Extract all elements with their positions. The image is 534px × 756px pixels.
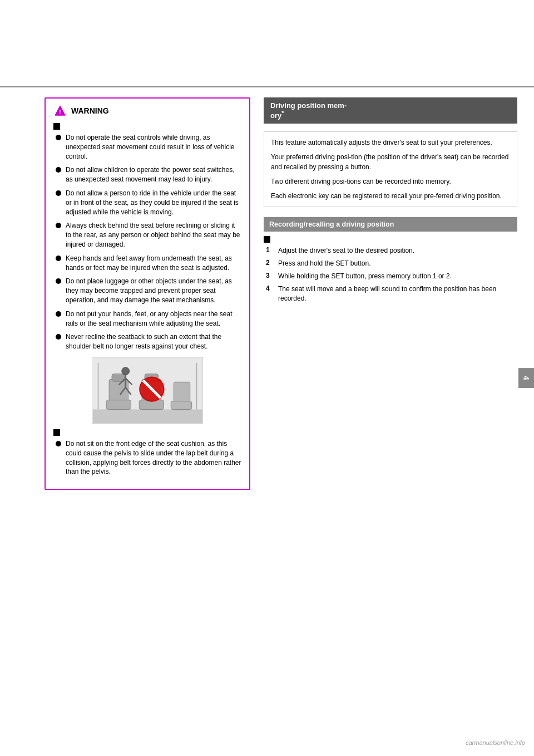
warning-bullet-2: Do not allow children to operate the pow… (53, 165, 241, 184)
recording-section: Recording/recalling a driving position 1… (264, 217, 517, 306)
warning-bullet-4: Always check behind the seat before recl… (53, 221, 241, 249)
bullet-icon (56, 167, 61, 173)
bullet-text-5: Keep hands and feet away from underneath… (66, 254, 241, 273)
step-text-2: Press and hold the SET button. (278, 259, 371, 268)
warning-section2-header (53, 429, 241, 436)
warning-bullet-6: Do not place luggage or other objects un… (53, 277, 241, 305)
bullet-text-4: Always check behind the seat before recl… (66, 221, 241, 249)
bullet-icon (56, 334, 61, 340)
warning-title: WARNING (71, 106, 109, 115)
warning-bullet-1: Do not operate the seat controls while d… (53, 133, 241, 161)
svg-rect-2 (93, 409, 202, 423)
info-para-1: This feature automatically adjusts the d… (271, 138, 510, 148)
info-para-3: Two different driving posi-tions can be … (271, 176, 510, 186)
chapter-tab: 4 (518, 368, 534, 388)
recording-section-header: Recording/recalling a driving position (264, 217, 517, 232)
step-number-4: 4 (266, 284, 274, 292)
step-4: 4 The seat will move and a beep will sou… (264, 284, 517, 303)
svg-point-15 (122, 367, 130, 375)
step-1: 1 Adjust the driver's seat to the desire… (264, 246, 517, 256)
bullet-icon (56, 223, 61, 228)
svg-text:!: ! (59, 109, 61, 115)
warning-bullet-7: Do not put your hands, feet, or any obje… (53, 310, 241, 328)
step-3: 3 While holding the SET button, press me… (264, 272, 517, 281)
warning-header: ! WARNING (53, 104, 241, 117)
bullet-text-1: Do not operate the seat controls while d… (66, 133, 241, 161)
recording-section-label (264, 236, 517, 243)
page-container: ! WARNING Do not operate the seat contro… (0, 0, 534, 756)
warning-bullet-9: Do not sit on the front edge of the seat… (53, 439, 241, 477)
bullet-text-8: Never recline the seatback to such an ex… (66, 332, 241, 351)
step-number-3: 3 (266, 272, 274, 279)
right-column: Driving position mem-ory* This feature a… (264, 97, 517, 746)
bullet-text-7: Do not put your hands, feet, or any obje… (66, 310, 241, 328)
warning-bullet-5: Keep hands and feet away from underneath… (53, 254, 241, 273)
section2-square-icon (53, 429, 60, 436)
warning-section1-header (53, 123, 241, 130)
warning-bullet-3: Do not allow a person to ride in the veh… (53, 189, 241, 217)
bullet-icon (56, 311, 61, 317)
bullet-text-6: Do not place luggage or other objects un… (66, 277, 241, 305)
recording-section-square-icon (264, 236, 270, 243)
info-para-2: Your preferred driving posi-tion (the po… (271, 152, 510, 172)
warning-bullet-8: Never recline the seatback to such an ex… (53, 332, 241, 351)
bullet-icon (56, 190, 61, 196)
info-box: This feature automatically adjusts the d… (264, 131, 517, 207)
warning-box: ! WARNING Do not operate the seat contro… (44, 97, 250, 490)
bullet-text-2: Do not allow children to operate the pow… (66, 165, 241, 184)
bullet-icon (56, 256, 61, 261)
step-text-1: Adjust the driver's seat to the desired … (278, 246, 414, 256)
warning-triangle-icon: ! (53, 104, 67, 117)
bullet-icon (56, 135, 61, 140)
section-tab-title: Driving position mem-ory* (270, 101, 347, 120)
bullet-icon (56, 441, 61, 446)
svg-rect-6 (106, 400, 131, 410)
bullet-icon (56, 278, 61, 284)
bullet-text-3: Do not allow a person to ride in the veh… (66, 189, 241, 217)
step-2: 2 Press and hold the SET button. (264, 259, 517, 268)
step-text-3: While holding the SET button, press memo… (278, 272, 452, 281)
step-number-1: 1 (266, 246, 274, 254)
bullet-text-9: Do not sit on the front edge of the seat… (66, 439, 241, 477)
step-number-2: 2 (266, 259, 274, 267)
info-para-4: Each electronic key can be registered to… (271, 191, 510, 201)
step-text-4: The seat will move and a beep will sound… (278, 284, 517, 303)
watermark: carmanualsonline.info (466, 739, 525, 746)
driving-position-memory-tab: Driving position mem-ory* (264, 97, 517, 124)
section-square-icon (53, 123, 60, 130)
seat-warning-image (92, 357, 203, 424)
warning-image-container (53, 357, 241, 424)
left-column: ! WARNING Do not operate the seat contro… (44, 97, 250, 746)
svg-rect-10 (171, 401, 191, 410)
content-area: ! WARNING Do not operate the seat contro… (0, 87, 534, 756)
chapter-number: 4 (522, 376, 531, 380)
